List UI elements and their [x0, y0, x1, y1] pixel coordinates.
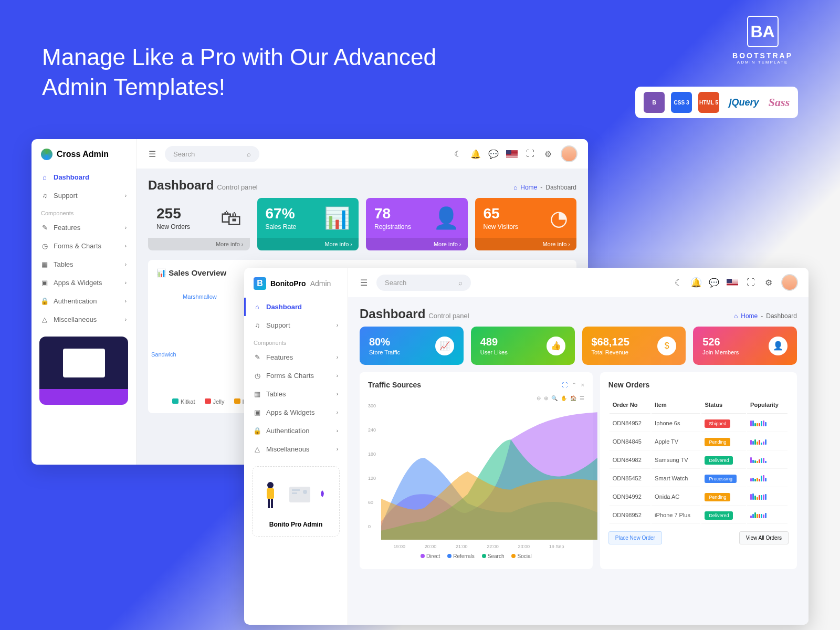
app-logo[interactable]: Cross Admin [32, 149, 136, 168]
chevron-right-icon: › [337, 373, 338, 379]
hand-icon[interactable]: ✋ [561, 395, 567, 401]
chat-icon[interactable]: 💬 [488, 149, 499, 159]
status-badge: Delivered [705, 456, 733, 465]
nav-auth[interactable]: 🔒Authentication› [244, 422, 348, 440]
nav-support[interactable]: ♫Support› [244, 316, 348, 334]
more-info-link[interactable]: More info › [257, 238, 359, 250]
order-item: iPhone 7 Plus [652, 507, 700, 524]
more-info-link[interactable]: More info › [148, 238, 250, 250]
stat-new-orders[interactable]: 255New Orders🛍 More info › [148, 198, 250, 250]
bell-icon[interactable]: 🔔 [470, 149, 481, 159]
card-join-members[interactable]: 526Join Members👤 [693, 327, 797, 365]
breadcrumb-home[interactable]: Home [520, 184, 537, 191]
chevron-right-icon: › [337, 322, 338, 328]
menu-icon[interactable]: ☰ [580, 395, 584, 401]
traffic-sources-panel: Traffic Sources ⛶ ⌃ × ⊖ ⊕ 🔍 ✋ 🏠 ☰ [360, 372, 593, 569]
nav-section-components: Components [32, 205, 136, 218]
nav-tables[interactable]: ▦Tables› [244, 385, 348, 403]
x-axis: 19:0020:0021:0022:0023:0019 Sep [368, 542, 584, 553]
promo-card[interactable] [39, 337, 128, 405]
table-row[interactable]: ODN85452Smart WatchProcessing [610, 470, 788, 487]
col-item: Item [652, 396, 700, 414]
promo-card[interactable]: Bonito Pro Admin [252, 466, 340, 537]
nav-dashboard[interactable]: ⌂Dashboard [244, 298, 348, 316]
logo-icon: B [254, 277, 266, 290]
order-no: ODN84982 [610, 452, 650, 469]
card-store-traffic[interactable]: 80%Store Traffic📈 [360, 327, 464, 365]
flag-us-icon[interactable] [506, 150, 518, 158]
search-input[interactable]: Search⌕ [165, 146, 259, 162]
page-header: DashboardControl panel ⌂ Home - Dashboar… [136, 169, 588, 198]
orders-table: Order No Item Status Popularity ODN84952… [608, 395, 789, 525]
chevron-right-icon: › [125, 317, 127, 322]
brand-subtitle: ADMIN TEMPLATE [732, 60, 793, 65]
card-total-revenue[interactable]: $68,125Total Revenue$ [582, 327, 686, 365]
nav-section-components: Components [244, 334, 348, 348]
logo-text: BonitoPro [270, 279, 306, 288]
card-user-likes[interactable]: 489User Likes👍 [471, 327, 575, 365]
chevron-up-icon[interactable]: ⌃ [572, 382, 576, 388]
brand-name: BOOTSTRAP [732, 51, 793, 60]
view-all-orders-button[interactable]: View All Orders [739, 531, 789, 544]
nav-support[interactable]: ♫Support› [32, 186, 136, 205]
warning-icon: △ [41, 316, 48, 323]
fullscreen-icon[interactable]: ⛶ [525, 149, 536, 159]
avatar[interactable] [561, 145, 578, 162]
nav-misc[interactable]: △Miscellaneous› [32, 310, 136, 329]
zoom-icon[interactable]: 🔍 [551, 395, 558, 401]
bell-icon[interactable]: 🔔 [691, 277, 701, 288]
svg-rect-3 [271, 499, 273, 508]
table-row[interactable]: ODN94992Onida ACPending [610, 488, 788, 506]
stat-registrations[interactable]: 78Registrations👤 More info › [366, 198, 468, 250]
flag-us-icon[interactable] [727, 279, 738, 287]
chat-icon[interactable]: 💬 [709, 277, 719, 288]
search-input[interactable]: Search⌕ [376, 275, 471, 291]
settings-icon[interactable]: ⚙ [763, 277, 774, 288]
nav-features[interactable]: ✎Features› [244, 348, 348, 366]
promo-illustration [258, 475, 334, 517]
place-order-button[interactable]: Place New Order [608, 531, 662, 544]
sidebar: B BonitoPro Admin ⌂Dashboard ♫Support› C… [244, 268, 348, 625]
order-item: Samsung TV [652, 452, 700, 469]
col-status: Status [701, 396, 746, 414]
breadcrumb-home[interactable]: Home [741, 312, 758, 320]
stat-new-visitors[interactable]: 65New Visitors◔ More info › [475, 198, 577, 250]
more-info-link[interactable]: More info › [366, 238, 468, 250]
table-row[interactable]: ODN84952Iphone 6sShipped [610, 415, 788, 432]
nav-forms[interactable]: ◷Forms & Charts› [244, 366, 348, 385]
close-icon[interactable]: × [581, 382, 584, 388]
more-info-link[interactable]: More info › [475, 238, 577, 250]
nav-apps[interactable]: ▣Apps & Widgets› [32, 274, 136, 292]
fullscreen-icon[interactable]: ⛶ [746, 277, 756, 288]
chevron-right-icon: › [125, 298, 127, 304]
stat-sales-rate[interactable]: 67%Sales Rate📊 More info › [257, 198, 359, 250]
minus-icon[interactable]: ⊖ [537, 395, 541, 401]
nav-auth[interactable]: 🔒Authentication› [32, 292, 136, 310]
menu-icon[interactable]: ☰ [147, 149, 158, 159]
expand-icon[interactable]: ⛶ [562, 382, 568, 388]
menu-icon[interactable]: ☰ [359, 277, 369, 288]
chart-icon: 📊 [156, 268, 166, 277]
nav-features[interactable]: ✎Features› [32, 218, 136, 237]
breadcrumb-current: Dashboard [545, 184, 576, 191]
lock-icon: 🔒 [254, 427, 261, 435]
order-item: Apple TV [652, 433, 700, 450]
nav-forms[interactable]: ◷Forms & Charts› [32, 237, 136, 255]
grid-icon: ▦ [41, 261, 48, 268]
table-row[interactable]: ODN84845Apple TVPending [610, 433, 788, 450]
table-row[interactable]: ODN84982Samsung TVDelivered [610, 452, 788, 469]
nav-tables[interactable]: ▦Tables› [32, 255, 136, 274]
home-icon[interactable]: 🏠 [570, 395, 576, 401]
moon-icon[interactable]: ☾ [453, 149, 463, 159]
table-row[interactable]: ODN98952iPhone 7 PlusDelivered [610, 507, 788, 524]
status-badge: Pending [705, 493, 730, 501]
plus-icon[interactable]: ⊕ [544, 395, 548, 401]
sparkline [750, 475, 784, 481]
app-logo[interactable]: B BonitoPro Admin [244, 277, 348, 298]
moon-icon[interactable]: ☾ [673, 277, 684, 288]
avatar[interactable] [781, 274, 798, 291]
nav-dashboard[interactable]: ⌂Dashboard [32, 168, 136, 186]
nav-apps[interactable]: ▣Apps & Widgets› [244, 403, 348, 422]
nav-misc[interactable]: △Miscellaneous› [244, 440, 348, 458]
settings-icon[interactable]: ⚙ [543, 149, 553, 159]
